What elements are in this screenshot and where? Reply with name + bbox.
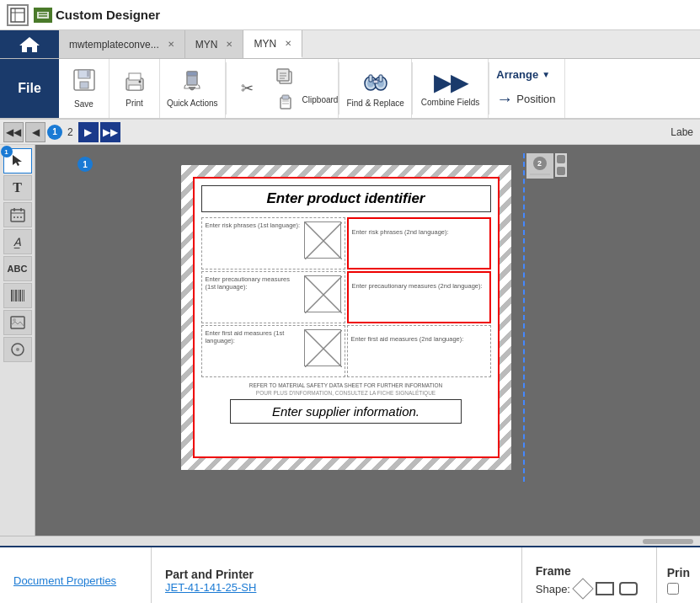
tab-close-3[interactable]: ✕ [285,39,291,48]
abc-tool[interactable]: ABC [3,256,32,281]
canvas-area[interactable]: 1 Enter product identifier Enter risk ph… [35,145,700,536]
file-label: File [18,81,41,96]
svg-point-14 [138,80,141,83]
text-tool[interactable]: T [3,175,32,200]
image-tool[interactable] [3,310,32,335]
shape-tool[interactable] [3,337,32,362]
find-replace-label: Find & Replace [346,99,403,108]
shape-rounded-icon[interactable] [619,582,638,595]
position-button[interactable]: → Position [496,89,558,109]
doc-props-section: Document Properties [0,547,152,603]
h-scroll-handle[interactable] [643,539,693,544]
barcode-tool[interactable] [3,283,32,308]
shape-rect-icon[interactable] [596,582,614,595]
cell-r3c2-text: Enter first aid measures (2nd language): [351,335,464,343]
nav-prev-prev-button[interactable]: ◀◀ [3,122,24,142]
tool-badge-1: 1 [1,146,13,157]
tab-myn-2[interactable]: MYN ✕ [243,30,302,58]
svg-marker-33 [13,155,22,166]
arrange-label: Arrange [496,68,538,81]
nav-prev-button[interactable]: ◀ [25,122,45,142]
horizontal-scrollbar[interactable] [0,536,700,546]
page2-strip: 2 [526,153,553,179]
clipboard-group: ✂ Clipboard [227,59,339,118]
label-outer: Enter product identifier Enter risk phra… [169,153,523,482]
scroll-handle-down[interactable] [557,167,565,175]
nav-next-next-button[interactable]: ▶▶ [100,122,120,142]
save-group[interactable]: Save [59,59,110,118]
position-arrow-icon: → [496,89,513,109]
copy-button[interactable] [269,65,302,88]
shape-label: Shape: [536,583,570,595]
cell-r2c1[interactable]: Enter precautionary measures (1st langua… [201,271,345,323]
cell-r2c2[interactable]: Enter precautionary measures (2nd langua… [347,271,491,323]
cell-r2c2-text: Enter precautionary measures (2nd langua… [352,282,483,290]
placeholder-img-r2c1 [304,275,341,312]
nav-label: Labe [671,126,697,138]
label-footer2: POUR PLUS D'INFORMATION, CONSULTEZ LA FI… [201,390,491,396]
home-tab[interactable] [0,30,59,58]
cell-r1c2[interactable]: Enter risk phrases (2nd language): [347,217,491,269]
clipboard-label: Clipboard [302,70,339,104]
textpath-tool[interactable]: A̲ [3,229,32,254]
part-printer-value[interactable]: JET-41-141-25-SH [165,581,508,594]
label-title[interactable]: Enter product identifier [201,185,491,212]
combine-icon: ▶▶ [434,70,468,96]
page1-badge: 1 [77,157,93,172]
combine-fields-group[interactable]: ▶▶ Combine Fields [413,59,489,118]
print-checkbox[interactable] [667,583,679,595]
barcode-icon [10,288,25,303]
left-toolbar: 1 T A̲ ABC [0,145,35,536]
tab-close-2[interactable]: ✕ [226,40,232,49]
svg-rect-48 [11,317,24,328]
print-group[interactable]: Print [110,59,160,118]
abc-icon: ABC [8,264,28,274]
svg-rect-16 [187,72,197,76]
nav-next-button[interactable]: ▶ [78,122,99,142]
find-replace-group[interactable]: Find & Replace [339,59,411,118]
file-button[interactable]: File [0,59,59,118]
navigation-bar: ◀◀ ◀ 1 2 ▶ ▶▶ Labe [0,120,700,145]
arrange-button[interactable]: Arrange ▼ [496,68,558,81]
cell-r3c1-text: Enter first aid measures (1st language): [206,329,301,373]
cell-r3c1[interactable]: Enter first aid measures (1st language): [201,325,345,377]
total-pages: 2 [64,126,77,138]
svg-rect-44 [18,290,19,302]
tab-close-1[interactable]: ✕ [168,40,174,49]
binoculars-icon [363,70,388,97]
cell-r2c1-text: Enter precautionary measures (1st langua… [206,275,301,319]
svg-rect-34 [11,210,24,221]
tab-label: MYN [195,39,218,51]
doc-props-link[interactable]: Document Properties [13,574,137,587]
cell-r3c2[interactable]: Enter first aid measures (2nd language): [347,325,491,377]
svg-point-38 [13,216,15,218]
label-supplier[interactable]: Enter supplier information. [230,399,462,424]
page1-indicator: 1 [77,157,93,172]
svg-rect-18 [277,69,289,81]
svg-rect-3 [37,12,49,19]
text-tool-icon: T [13,180,22,195]
cut-button[interactable]: ✂ [227,76,269,101]
shape-diamond-icon[interactable] [572,578,593,599]
calendar-icon [10,207,25,222]
calendar-tool[interactable] [3,202,32,227]
vertical-scrollbar[interactable] [555,153,567,177]
save-label: Save [74,99,94,109]
label-inner[interactable]: Enter product identifier Enter risk phra… [193,177,500,458]
paste-button[interactable] [269,89,302,113]
tab-label: MYN [254,38,276,50]
quick-actions-label: Quick Actions [167,99,218,108]
svg-rect-32 [379,75,382,82]
placeholder-img-r1c1 [304,221,341,259]
print-label: Print [126,99,143,108]
placeholder-img-r3c1 [304,329,341,366]
cell-r1c1[interactable]: Enter risk phrases (1st language): [201,217,345,269]
position-label: Position [516,93,555,105]
tab-myn-1[interactable]: MYN ✕ [185,30,244,58]
select-tool[interactable]: 1 [3,148,32,173]
scroll-handle-up[interactable] [557,155,565,163]
svg-rect-13 [129,85,141,90]
arrange-dropdown-icon: ▼ [542,70,550,79]
tab-mwtemplateconve[interactable]: mwtemplateconve... ✕ [59,30,185,58]
quick-actions-group[interactable]: Quick Actions [160,59,226,118]
